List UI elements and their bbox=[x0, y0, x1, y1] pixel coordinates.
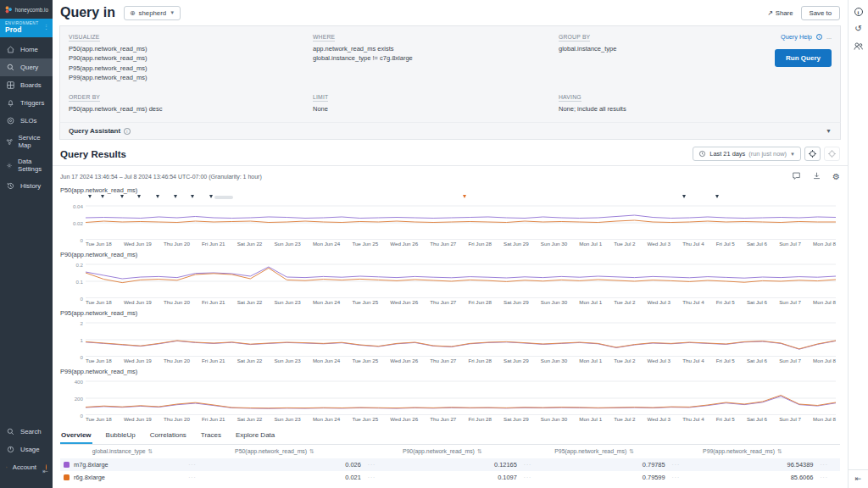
sort-icon[interactable]: ⇅ bbox=[148, 448, 153, 454]
tab-explore-data[interactable]: Explore Data bbox=[235, 428, 275, 444]
table-row[interactable]: r6g.8xlarge···0.021···0.1097···0.79599··… bbox=[60, 471, 840, 484]
group-by-line[interactable]: global.instance_type bbox=[559, 44, 754, 53]
sidebar-item-usage[interactable]: Usage bbox=[0, 441, 53, 458]
x-axis-tick: Sat Jul 6 bbox=[747, 299, 767, 305]
column-header[interactable]: P95(app.network_read_ms)⇅ bbox=[520, 445, 669, 458]
sort-icon[interactable]: ⇅ bbox=[309, 448, 314, 454]
tab-correlations[interactable]: Correlations bbox=[149, 428, 187, 444]
sort-icon[interactable]: ⇅ bbox=[777, 448, 782, 454]
query-date-range: Jun 17 2024 13:46:54 – Jul 8 2024 13:46:… bbox=[60, 174, 262, 180]
save-to-button[interactable]: Save to bbox=[801, 6, 840, 20]
dataset-selector[interactable]: ⊕ shepherd ▼ bbox=[124, 6, 181, 20]
rail-team-button[interactable] bbox=[849, 41, 868, 52]
sidebar-item-slos[interactable]: SLOs bbox=[0, 112, 53, 130]
limit-line[interactable]: None bbox=[313, 104, 559, 114]
environment-switcher[interactable]: ENVIRONMENT Prod ⋮ bbox=[0, 19, 53, 37]
sidebar-item-query[interactable]: Query bbox=[0, 58, 53, 76]
marker-label-pill[interactable] bbox=[214, 196, 233, 199]
column-header[interactable]: global.instance_type⇅ bbox=[60, 445, 185, 458]
comment-button[interactable] bbox=[792, 171, 801, 182]
chart-plot-area[interactable]: 4002000 bbox=[86, 376, 840, 415]
deploy-marker-icon[interactable] bbox=[101, 195, 104, 198]
where-line[interactable]: global.instance_type != c7g.8xlarge bbox=[313, 53, 559, 63]
honeycomb-logo[interactable]: honeycomb.io bbox=[0, 0, 53, 19]
download-button[interactable] bbox=[812, 171, 821, 182]
group-by-clause[interactable]: GROUP BY global.instance_type bbox=[559, 33, 754, 82]
series-color-swatch[interactable] bbox=[64, 462, 70, 468]
topbar: Query in ⊕ shepherd ▼ ↗ Share Save to bbox=[53, 0, 848, 25]
share-button[interactable]: ↗ Share bbox=[767, 9, 793, 17]
query-assistant-bar[interactable]: Query Assistant i ▼ bbox=[59, 122, 841, 140]
share-label: Share bbox=[776, 9, 793, 17]
chart-plot-area[interactable]: 0.20.10 bbox=[86, 259, 840, 298]
sidebar-item-search[interactable]: Search bbox=[0, 423, 53, 441]
order-by-line[interactable]: P50(app.network_read_ms) desc bbox=[69, 104, 313, 114]
sidebar-item-history[interactable]: History bbox=[0, 177, 53, 195]
table-row[interactable]: m7g.8xlarge···0.026···0.12165···0.79785·… bbox=[60, 458, 840, 471]
environment-menu-icon[interactable]: ⋮ bbox=[43, 24, 49, 30]
visualize-line[interactable]: P90(app.network_read_ms) bbox=[69, 53, 313, 63]
sidebar-item-service-map[interactable]: Service Map bbox=[0, 130, 53, 153]
sidebar-item-boards[interactable]: Boards bbox=[0, 76, 53, 94]
sidebar-item-triggers[interactable]: Triggers bbox=[0, 94, 53, 112]
chart-settings-button[interactable]: ⚙ bbox=[832, 173, 840, 181]
deploy-marker-icon[interactable] bbox=[682, 195, 686, 198]
chart-plot-area[interactable]: 0.040.020 bbox=[86, 201, 840, 240]
visualize-line[interactable]: P95(app.network_read_ms) bbox=[69, 64, 313, 73]
crosshair-button[interactable] bbox=[804, 147, 821, 161]
row-actions-icon[interactable]: ··· bbox=[820, 462, 828, 468]
deploy-marker-icon[interactable] bbox=[209, 195, 213, 198]
sort-icon[interactable]: ⇅ bbox=[629, 448, 634, 454]
more-options-icon[interactable]: ... bbox=[826, 33, 832, 41]
deploy-marker-icon[interactable] bbox=[174, 195, 177, 198]
assistant-expand-icon[interactable]: ▼ bbox=[826, 128, 832, 134]
rail-info-button[interactable]: i bbox=[849, 8, 868, 16]
series-color-swatch[interactable] bbox=[64, 474, 70, 480]
run-query-button[interactable]: Run Query bbox=[775, 49, 832, 67]
rail-history-button[interactable]: ↺ bbox=[849, 24, 868, 33]
tab-bubbleup[interactable]: BubbleUp bbox=[105, 428, 136, 444]
chevron-down-icon: ▼ bbox=[170, 10, 175, 15]
visualize-line[interactable]: P50(app.network_read_ms) bbox=[69, 44, 313, 53]
deploy-marker-icon[interactable] bbox=[88, 195, 92, 198]
deploy-marker-icon[interactable] bbox=[715, 195, 719, 198]
where-clause[interactable]: WHERE app.network_read_ms exists global.… bbox=[313, 33, 559, 82]
tab-overview[interactable]: Overview bbox=[60, 428, 92, 444]
x-axis-tick: Mon Jul 1 bbox=[579, 241, 602, 247]
limit-clause[interactable]: LIMIT None bbox=[313, 93, 559, 114]
deploy-marker-icon[interactable] bbox=[120, 195, 124, 198]
having-line[interactable]: None; include all results bbox=[559, 104, 754, 114]
sort-icon[interactable]: ⇅ bbox=[477, 448, 482, 454]
where-line[interactable]: app.network_read_ms exists bbox=[313, 44, 559, 53]
column-header[interactable]: P99(app.network_read_ms)⇅ bbox=[669, 445, 817, 458]
deploy-marker-icon[interactable] bbox=[156, 195, 159, 198]
x-axis-tick: Sun Jul 7 bbox=[779, 241, 801, 247]
people-icon bbox=[853, 41, 864, 52]
time-range-selector[interactable]: Last 21 days (run just now) ▼ bbox=[693, 147, 801, 161]
results-tabs: Overview BubbleUp Correlations Traces Ex… bbox=[60, 428, 840, 445]
having-clause[interactable]: HAVING None; include all results bbox=[559, 93, 754, 114]
row-actions-icon[interactable]: ··· bbox=[820, 474, 828, 480]
sidebar-collapse-icon[interactable]: ⇤ bbox=[42, 468, 48, 475]
page-title: Query in bbox=[60, 5, 115, 20]
assistant-info-icon[interactable]: i bbox=[124, 128, 131, 135]
sidebar-item-label: Data Settings bbox=[18, 158, 47, 173]
crosshair-secondary-button[interactable] bbox=[824, 147, 840, 161]
query-help-link[interactable]: Query Help bbox=[781, 33, 812, 41]
deploy-marker-icon[interactable] bbox=[463, 195, 466, 198]
visualize-line[interactable]: P99(app.network_read_ms) bbox=[69, 73, 313, 82]
column-header[interactable]: P90(app.network_read_ms)⇅ bbox=[364, 445, 520, 458]
sidebar-item-home[interactable]: Home bbox=[0, 41, 53, 58]
column-header[interactable]: P50(app.network_read_ms)⇅ bbox=[185, 445, 364, 458]
deploy-marker-icon[interactable] bbox=[137, 195, 141, 198]
sidebar-item-data-settings[interactable]: Data Settings bbox=[0, 153, 53, 177]
tab-traces[interactable]: Traces bbox=[200, 428, 222, 444]
main-content: Query in ⊕ shepherd ▼ ↗ Share Save to VI… bbox=[53, 0, 848, 488]
visualize-clause[interactable]: VISUALIZE P50(app.network_read_ms) P90(a… bbox=[69, 33, 313, 82]
chart-plot-area[interactable]: 210 bbox=[86, 318, 840, 357]
rail-collapse-button[interactable]: ⇤ bbox=[849, 469, 868, 488]
deploy-marker-icon[interactable] bbox=[191, 195, 194, 198]
order-by-clause[interactable]: ORDER BY P50(app.network_read_ms) desc bbox=[69, 93, 313, 114]
sidebar-item-label: SLOs bbox=[20, 117, 37, 125]
help-icon[interactable]: i bbox=[816, 34, 822, 40]
